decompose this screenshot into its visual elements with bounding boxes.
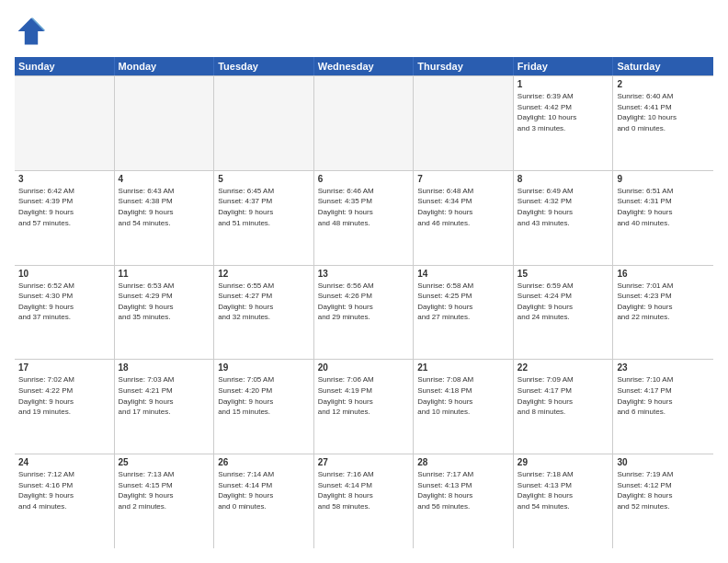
- week-row-1: 1Sunrise: 6:39 AM Sunset: 4:42 PM Daylig…: [15, 75, 713, 170]
- day-number: 22: [518, 362, 609, 373]
- empty-cell: [15, 76, 115, 170]
- day-cell-11: 11Sunrise: 6:53 AM Sunset: 4:29 PM Dayli…: [115, 266, 215, 360]
- day-info: Sunrise: 7:19 AM Sunset: 4:12 PM Dayligh…: [617, 469, 710, 511]
- day-number: 26: [218, 457, 310, 467]
- empty-cell: [214, 76, 314, 170]
- day-number: 19: [218, 362, 310, 373]
- week-row-5: 24Sunrise: 7:12 AM Sunset: 4:16 PM Dayli…: [15, 454, 713, 548]
- day-number: 27: [318, 457, 410, 467]
- day-cell-15: 15Sunrise: 6:59 AM Sunset: 4:24 PM Dayli…: [514, 266, 614, 360]
- day-cell-16: 16Sunrise: 7:01 AM Sunset: 4:23 PM Dayli…: [613, 266, 713, 360]
- day-cell-12: 12Sunrise: 6:55 AM Sunset: 4:27 PM Dayli…: [214, 266, 314, 360]
- day-info: Sunrise: 7:05 AM Sunset: 4:20 PM Dayligh…: [218, 374, 310, 417]
- weekday-header-friday: Friday: [514, 57, 614, 75]
- day-info: Sunrise: 6:58 AM Sunset: 4:25 PM Dayligh…: [417, 281, 509, 323]
- day-info: Sunrise: 6:46 AM Sunset: 4:35 PM Dayligh…: [318, 186, 410, 228]
- day-number: 8: [518, 174, 609, 184]
- day-info: Sunrise: 7:13 AM Sunset: 4:15 PM Dayligh…: [119, 469, 210, 511]
- day-cell-17: 17Sunrise: 7:02 AM Sunset: 4:22 PM Dayli…: [15, 360, 115, 454]
- calendar-body: 1Sunrise: 6:39 AM Sunset: 4:42 PM Daylig…: [15, 75, 713, 548]
- day-number: 13: [318, 269, 410, 279]
- day-cell-24: 24Sunrise: 7:12 AM Sunset: 4:16 PM Dayli…: [15, 454, 115, 548]
- day-number: 24: [18, 457, 110, 467]
- day-cell-19: 19Sunrise: 7:05 AM Sunset: 4:20 PM Dayli…: [214, 360, 314, 454]
- day-number: 28: [417, 457, 509, 467]
- day-cell-1: 1Sunrise: 6:39 AM Sunset: 4:42 PM Daylig…: [514, 76, 614, 170]
- week-row-2: 3Sunrise: 6:42 AM Sunset: 4:39 PM Daylig…: [15, 170, 713, 265]
- svg-marker-0: [18, 18, 45, 45]
- day-cell-9: 9Sunrise: 6:51 AM Sunset: 4:31 PM Daylig…: [613, 171, 713, 265]
- weekday-header-tuesday: Tuesday: [214, 57, 314, 75]
- day-info: Sunrise: 7:01 AM Sunset: 4:23 PM Dayligh…: [617, 281, 710, 323]
- day-number: 3: [18, 174, 110, 184]
- day-info: Sunrise: 6:40 AM Sunset: 4:41 PM Dayligh…: [617, 91, 710, 133]
- day-cell-6: 6Sunrise: 6:46 AM Sunset: 4:35 PM Daylig…: [314, 171, 415, 265]
- empty-cell: [115, 76, 215, 170]
- day-number: 16: [617, 269, 710, 279]
- day-info: Sunrise: 6:56 AM Sunset: 4:26 PM Dayligh…: [318, 281, 410, 323]
- day-cell-27: 27Sunrise: 7:16 AM Sunset: 4:14 PM Dayli…: [314, 454, 415, 548]
- day-cell-26: 26Sunrise: 7:14 AM Sunset: 4:14 PM Dayli…: [214, 454, 314, 548]
- empty-cell: [314, 76, 415, 170]
- day-cell-22: 22Sunrise: 7:09 AM Sunset: 4:17 PM Dayli…: [514, 360, 614, 454]
- day-number: 20: [318, 362, 410, 373]
- week-row-4: 17Sunrise: 7:02 AM Sunset: 4:22 PM Dayli…: [15, 359, 713, 454]
- day-cell-25: 25Sunrise: 7:13 AM Sunset: 4:15 PM Dayli…: [115, 454, 215, 548]
- day-info: Sunrise: 6:42 AM Sunset: 4:39 PM Dayligh…: [18, 186, 110, 228]
- day-number: 23: [617, 362, 710, 373]
- day-cell-4: 4Sunrise: 6:43 AM Sunset: 4:38 PM Daylig…: [115, 171, 215, 265]
- day-info: Sunrise: 7:14 AM Sunset: 4:14 PM Dayligh…: [218, 469, 310, 511]
- day-info: Sunrise: 6:51 AM Sunset: 4:31 PM Dayligh…: [617, 186, 710, 228]
- day-cell-30: 30Sunrise: 7:19 AM Sunset: 4:12 PM Dayli…: [613, 454, 713, 548]
- day-info: Sunrise: 6:48 AM Sunset: 4:34 PM Dayligh…: [417, 186, 509, 228]
- day-info: Sunrise: 7:09 AM Sunset: 4:17 PM Dayligh…: [518, 374, 609, 417]
- week-row-3: 10Sunrise: 6:52 AM Sunset: 4:30 PM Dayli…: [15, 265, 713, 360]
- day-info: Sunrise: 7:02 AM Sunset: 4:22 PM Dayligh…: [18, 374, 110, 417]
- day-number: 5: [218, 174, 310, 184]
- day-cell-28: 28Sunrise: 7:17 AM Sunset: 4:13 PM Dayli…: [414, 454, 514, 548]
- day-number: 9: [617, 174, 710, 184]
- day-info: Sunrise: 7:16 AM Sunset: 4:14 PM Dayligh…: [318, 469, 410, 511]
- day-info: Sunrise: 7:06 AM Sunset: 4:19 PM Dayligh…: [318, 374, 410, 417]
- day-number: 10: [18, 269, 110, 279]
- empty-cell: [414, 76, 514, 170]
- day-info: Sunrise: 6:45 AM Sunset: 4:37 PM Dayligh…: [218, 186, 310, 228]
- day-info: Sunrise: 6:53 AM Sunset: 4:29 PM Dayligh…: [119, 281, 210, 323]
- day-number: 18: [119, 362, 210, 373]
- day-number: 29: [518, 457, 609, 467]
- day-cell-10: 10Sunrise: 6:52 AM Sunset: 4:30 PM Dayli…: [15, 266, 115, 360]
- day-cell-8: 8Sunrise: 6:49 AM Sunset: 4:32 PM Daylig…: [514, 171, 614, 265]
- day-number: 21: [417, 362, 509, 373]
- day-info: Sunrise: 6:49 AM Sunset: 4:32 PM Dayligh…: [518, 186, 609, 228]
- day-info: Sunrise: 6:55 AM Sunset: 4:27 PM Dayligh…: [218, 281, 310, 323]
- day-cell-23: 23Sunrise: 7:10 AM Sunset: 4:17 PM Dayli…: [613, 360, 713, 454]
- day-info: Sunrise: 6:59 AM Sunset: 4:24 PM Dayligh…: [518, 281, 609, 323]
- day-cell-3: 3Sunrise: 6:42 AM Sunset: 4:39 PM Daylig…: [15, 171, 115, 265]
- day-info: Sunrise: 6:52 AM Sunset: 4:30 PM Dayligh…: [18, 281, 110, 323]
- day-number: 2: [617, 79, 710, 89]
- day-number: 14: [417, 269, 509, 279]
- day-info: Sunrise: 7:12 AM Sunset: 4:16 PM Dayligh…: [18, 469, 110, 511]
- day-number: 25: [119, 457, 210, 467]
- day-cell-13: 13Sunrise: 6:56 AM Sunset: 4:26 PM Dayli…: [314, 266, 415, 360]
- header: [15, 15, 713, 48]
- calendar: SundayMondayTuesdayWednesdayThursdayFrid…: [15, 57, 713, 548]
- day-number: 6: [318, 174, 410, 184]
- day-cell-20: 20Sunrise: 7:06 AM Sunset: 4:19 PM Dayli…: [314, 360, 415, 454]
- day-number: 12: [218, 269, 310, 279]
- weekday-header-monday: Monday: [115, 57, 215, 75]
- day-cell-21: 21Sunrise: 7:08 AM Sunset: 4:18 PM Dayli…: [414, 360, 514, 454]
- day-info: Sunrise: 6:39 AM Sunset: 4:42 PM Dayligh…: [518, 91, 609, 133]
- weekday-header-wednesday: Wednesday: [314, 57, 415, 75]
- weekday-header-saturday: Saturday: [613, 57, 713, 75]
- day-info: Sunrise: 7:08 AM Sunset: 4:18 PM Dayligh…: [417, 374, 509, 417]
- weekday-header-sunday: Sunday: [15, 57, 115, 75]
- day-number: 17: [18, 362, 110, 373]
- day-number: 4: [119, 174, 210, 184]
- day-cell-2: 2Sunrise: 6:40 AM Sunset: 4:41 PM Daylig…: [613, 76, 713, 170]
- page: SundayMondayTuesdayWednesdayThursdayFrid…: [0, 0, 728, 563]
- day-number: 30: [617, 457, 710, 467]
- day-number: 11: [119, 269, 210, 279]
- day-info: Sunrise: 7:10 AM Sunset: 4:17 PM Dayligh…: [617, 374, 710, 417]
- logo-icon: [15, 15, 48, 48]
